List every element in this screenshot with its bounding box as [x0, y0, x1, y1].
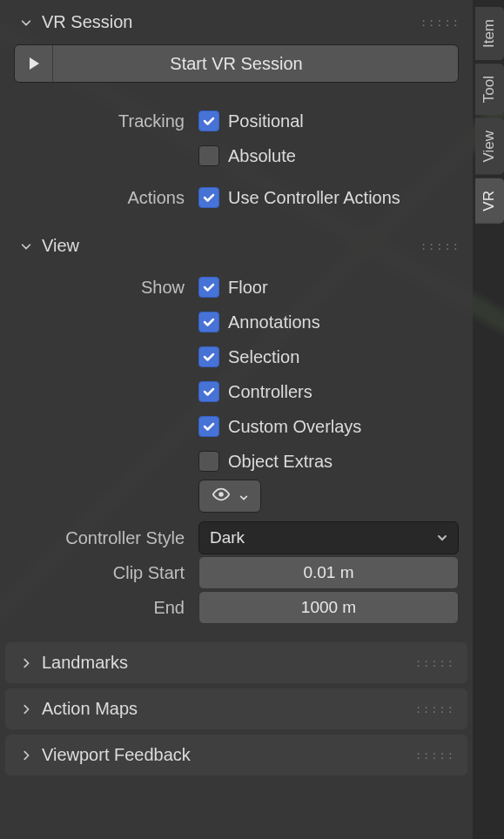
section-title: Action Maps	[42, 699, 138, 719]
section-title: VR Session	[42, 12, 133, 32]
controller-style-select[interactable]: Dark	[198, 521, 459, 554]
tracking-positional-label: Positional	[228, 111, 304, 131]
tracking-label: Tracking	[14, 111, 188, 131]
start-vr-session-button[interactable]: Start VR Session	[14, 44, 459, 83]
chevron-down-icon	[239, 487, 248, 507]
show-custom-overlays-label: Custom Overlays	[228, 417, 361, 437]
section-title: View	[42, 236, 79, 256]
chevron-right-icon	[19, 656, 33, 670]
show-selection-checkbox[interactable]	[198, 346, 219, 367]
section-action-maps[interactable]: Action Maps :::::	[5, 688, 467, 729]
show-controllers-label: Controllers	[228, 382, 312, 402]
clip-end-field[interactable]: 1000 m	[198, 591, 459, 624]
clip-start-field[interactable]: 0.01 m	[198, 556, 459, 589]
clip-end-value: 1000 m	[301, 598, 356, 617]
section-title: Landmarks	[42, 653, 128, 673]
clip-end-label: End	[14, 598, 188, 618]
show-controllers-checkbox[interactable]	[198, 381, 219, 402]
drag-grip-icon[interactable]: :::::	[420, 17, 460, 29]
tab-tool[interactable]: Tool	[475, 64, 504, 115]
drag-grip-icon[interactable]: :::::	[420, 240, 460, 252]
drag-grip-icon[interactable]: :::::	[415, 749, 455, 762]
chevron-down-icon	[19, 16, 33, 30]
tracking-absolute-checkbox[interactable]	[198, 145, 219, 166]
eye-icon	[212, 485, 231, 508]
tab-vr[interactable]: VR	[475, 178, 504, 224]
tracking-absolute-label: Absolute	[228, 146, 296, 166]
show-selection-label: Selection	[228, 347, 299, 367]
chevron-down-icon	[437, 528, 447, 547]
tracking-positional-checkbox[interactable]	[198, 111, 219, 131]
section-header-view[interactable]: View :::::	[0, 227, 473, 265]
clip-start-value: 0.01 m	[303, 563, 353, 582]
tab-item[interactable]: Item	[475, 7, 504, 60]
visibility-menu-button[interactable]	[198, 480, 261, 513]
chevron-down-icon	[19, 239, 33, 253]
section-landmarks[interactable]: Landmarks :::::	[5, 642, 467, 683]
section-title: Viewport Feedback	[42, 745, 191, 765]
actions-label: Actions	[14, 188, 188, 208]
clip-start-label: Clip Start	[14, 563, 188, 583]
use-controller-actions-label: Use Controller Actions	[228, 188, 400, 208]
controller-style-label: Controller Style	[14, 528, 188, 548]
svg-point-0	[218, 492, 224, 497]
chevron-right-icon	[19, 748, 33, 762]
n-panel: VR Session ::::: Start VR Session Tracki…	[0, 0, 473, 839]
drag-grip-icon[interactable]: :::::	[415, 703, 455, 715]
section-header-vr-session[interactable]: VR Session :::::	[0, 3, 473, 41]
show-floor-checkbox[interactable]	[198, 277, 219, 298]
vr-session-body: Tracking Positional Absolute Actions	[0, 98, 473, 227]
use-controller-actions-checkbox[interactable]	[198, 187, 219, 208]
tab-view[interactable]: View	[475, 118, 504, 175]
chevron-right-icon	[19, 702, 33, 716]
section-viewport-feedback[interactable]: Viewport Feedback :::::	[5, 735, 467, 775]
view-body: Show Floor Annotations Selection	[0, 265, 473, 637]
show-object-extras-label: Object Extras	[228, 452, 333, 472]
show-floor-label: Floor	[228, 278, 268, 298]
show-custom-overlays-checkbox[interactable]	[198, 416, 219, 437]
start-vr-session-label: Start VR Session	[53, 54, 458, 74]
show-annotations-checkbox[interactable]	[198, 312, 219, 332]
show-annotations-label: Annotations	[228, 312, 320, 332]
show-object-extras-checkbox[interactable]	[198, 451, 219, 472]
play-icon	[15, 45, 53, 82]
n-panel-tabs: Item Tool View VR	[473, 0, 504, 839]
show-label: Show	[14, 278, 188, 298]
controller-style-value: Dark	[210, 528, 245, 547]
drag-grip-icon[interactable]: :::::	[415, 657, 455, 669]
